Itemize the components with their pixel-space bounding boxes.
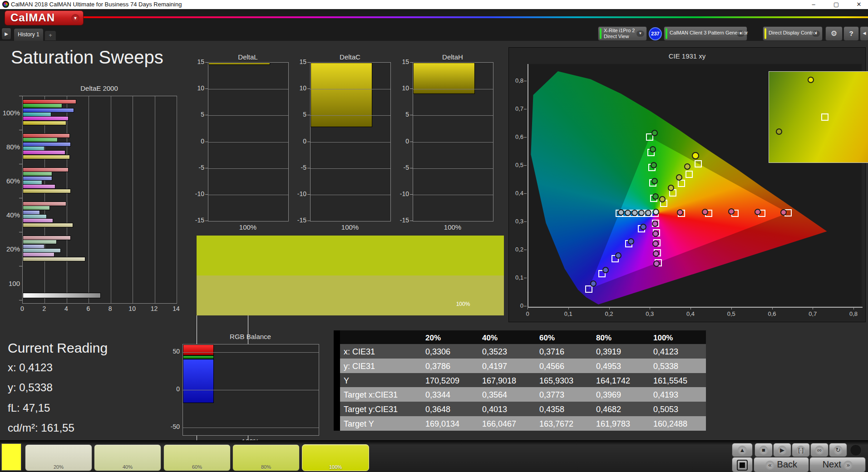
continuous-measure-button[interactable]: ∞	[810, 443, 829, 457]
pattern-window-toggle-button[interactable]	[732, 457, 753, 472]
deltae-x-tick-label: 0	[17, 305, 28, 312]
deltae-bar-yellow-80%	[23, 155, 70, 159]
cie-x-tick-label: 0,2	[602, 310, 616, 317]
sweep-patch-button-20%[interactable]: 20%	[25, 444, 92, 471]
delta-y-tick	[307, 142, 310, 142]
meter-dropdown[interactable]: X-Rite i1Pro 2 Direct View ▼	[598, 26, 647, 41]
delta-y-tick-label: 5	[290, 111, 306, 118]
sweep-patch-button-100%[interactable]: 100%	[302, 444, 369, 471]
delta-y-tick-label: -5	[393, 164, 409, 171]
table-row: Target y:CIE310,36480,40130,43580,46820,…	[340, 402, 706, 416]
help-button[interactable]: ?	[843, 26, 859, 41]
pattern-label: CalMAN Client 3 Pattern Generator	[670, 30, 748, 35]
cie-target-yellow	[695, 160, 702, 167]
stop-button[interactable]: ■	[755, 443, 773, 457]
pattern-window-icon: [·]	[796, 446, 805, 455]
deltae-y-tick	[19, 164, 22, 164]
table-row: x: CIE310,33060,35230,37160,39190,4123	[340, 344, 706, 359]
deltae-y-tick	[19, 130, 22, 130]
table-row: Target Y169,0134166,0467163,7672161,9783…	[340, 416, 706, 431]
settings-button[interactable]: ⚙	[825, 26, 843, 41]
cie-panel: CIE 1931 xy 00,10,20,30,40,50,60,70,800,…	[508, 47, 866, 322]
sweep-patch-button-60%[interactable]: 60%	[163, 444, 231, 471]
next-button[interactable]: Next »	[809, 457, 866, 472]
deltae-group-label: 80%	[0, 143, 20, 151]
back-button[interactable]: « Back	[754, 457, 809, 472]
main-content: Saturation Sweeps DeltaE 2000 DeltaL Del…	[0, 41, 868, 440]
inset-measured-point	[808, 77, 814, 83]
add-tab-button[interactable]: +	[44, 30, 56, 41]
sweep-patch-button-80%[interactable]: 80%	[232, 444, 300, 471]
gridline	[208, 142, 288, 143]
deltae-group-label: 100	[0, 280, 20, 287]
close-button[interactable]: ✕	[850, 0, 868, 9]
delta-y-tick-label: 10	[393, 84, 409, 92]
sweep-patch-label: 80%	[233, 464, 299, 470]
current-reading-title: Current Reading	[8, 340, 108, 356]
rgb-y-tick-label: -50	[163, 423, 180, 430]
layout-nav-arrow-button[interactable]: ▶	[1, 28, 11, 40]
deltae-plot	[22, 96, 177, 304]
refresh-button[interactable]: ↻	[829, 443, 847, 457]
table-column-header: 60%	[539, 331, 555, 345]
calman-menu-button[interactable]: CalMAN ▼	[5, 10, 84, 25]
cie-measured-yellow	[684, 163, 690, 170]
table-cell: 0,3919	[596, 345, 621, 359]
delta-y-tick	[410, 62, 413, 63]
cie-measured-green	[652, 193, 659, 200]
gridline	[208, 89, 288, 89]
cie-x-tick-label: 0,7	[806, 310, 819, 317]
pattern-generator-dropdown[interactable]: CalMAN Client 3 Pattern Generator ▼	[664, 26, 747, 41]
table-row-label: x: CIE31	[344, 345, 375, 359]
maximize-button[interactable]: ▢	[827, 0, 845, 9]
table-row-label: Y	[344, 374, 349, 388]
swatch-target	[197, 275, 504, 315]
delta-y-tick-label: 5	[188, 111, 204, 118]
cie-x-tick	[772, 307, 773, 310]
delta-x-label: 100%	[310, 223, 390, 231]
delta-y-tick-label: 10	[188, 84, 204, 92]
collapse-panel-button[interactable]: ◀	[860, 26, 868, 41]
table-cell: 161,9783	[596, 417, 630, 432]
pattern-window-button[interactable]: [·]	[792, 443, 810, 457]
delta-y-tick	[307, 168, 310, 168]
delta-y-tick-label: 15	[188, 58, 204, 65]
deltae-x-tick-label: 8	[105, 305, 116, 312]
gridline	[183, 428, 319, 428]
cie-y-tick-label: 0,3	[510, 218, 523, 225]
chevron-double-right-icon: »	[843, 461, 853, 470]
chevron-double-left-icon: «	[765, 461, 774, 470]
delta-y-tick	[205, 221, 208, 221]
cie-y-tick	[524, 250, 527, 250]
app-header: CalMAN ▼	[0, 9, 868, 26]
cie-measured-cyan	[618, 209, 624, 216]
cie-measured-magenta	[652, 221, 658, 227]
sweep-patch-button-40%[interactable]: 40%	[94, 444, 161, 471]
delta-y-tick	[410, 88, 413, 89]
current-reading-fl: fL: 47,15	[8, 402, 50, 414]
play-button[interactable]: ▶	[773, 443, 791, 457]
table-cell: 0,3306	[425, 345, 450, 359]
display-control-dropdown[interactable]: Direct Display Control ▼	[763, 26, 823, 41]
sweep-patch-label: 20%	[25, 464, 92, 470]
table-cell: 0,3786	[425, 359, 450, 374]
record-indicator	[850, 444, 862, 456]
expand-up-button[interactable]: ▲	[732, 443, 753, 457]
delta-y-tick-label: -15	[188, 216, 204, 224]
table-cell: 0,4358	[539, 403, 564, 417]
delta-bar	[208, 63, 270, 65]
table-cell: 164,1742	[596, 374, 630, 388]
tab-history-1[interactable]: History 1	[14, 28, 44, 41]
rgb-bar-red	[183, 344, 214, 355]
deltae-x-tick-label: 4	[61, 305, 72, 312]
delta-y-tick	[205, 168, 208, 168]
cie-x-tick-label: 0,5	[725, 310, 738, 317]
deltae-group-label: 20%	[0, 245, 20, 253]
cie-y-tick	[524, 306, 527, 306]
rgb-bar-green	[183, 355, 214, 359]
cie-y-tick	[524, 278, 527, 278]
gridline	[311, 142, 390, 143]
minimize-button[interactable]: –	[804, 0, 823, 9]
cie-measured-green	[651, 130, 658, 136]
table-cell: 0,4197	[482, 359, 507, 374]
